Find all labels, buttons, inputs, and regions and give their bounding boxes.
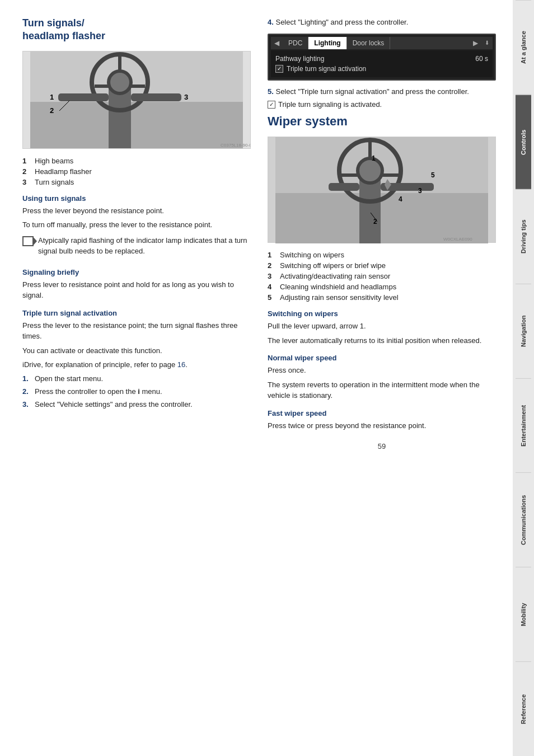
svg-text:1: 1 [372, 154, 376, 162]
sidebar: At a glance Controls Driving tips Naviga… [513, 0, 534, 756]
note-icon [22, 236, 34, 246]
sidebar-tab-driving-tips[interactable]: Driving tips [516, 189, 531, 284]
turn-signal-note: Atypically rapid flashing of the indicat… [22, 235, 251, 260]
svg-text:3: 3 [418, 187, 422, 195]
pathway-lighting-label: Pathway lighting [275, 55, 324, 63]
page-link-16[interactable]: 16 [177, 360, 185, 369]
triple-turn-signal-row[interactable]: ✓ Triple turn signal activation [275, 64, 488, 74]
list-item-1: 1 High beams [22, 157, 251, 165]
wiper-section-title: Wiper system [268, 114, 496, 129]
step-2: 2. Press the controller to open the i me… [22, 387, 251, 397]
svg-text:4: 4 [399, 195, 402, 203]
step5-text: 5. Select "Triple turn signal activation… [268, 86, 496, 97]
left-numbered-list: 1 High beams 2 Headlamp flasher 3 Turn s… [22, 157, 251, 186]
pathway-lighting-row: Pathway lighting 60 s [275, 54, 488, 64]
fast-wiper-speed-heading: Fast wiper speed [268, 409, 496, 417]
wiper-list-5: 5 Adjusting rain sensor sensitivity leve… [268, 293, 496, 302]
wiper-list-3: 3 Activating/deactivating rain sensor [268, 272, 496, 280]
activation-note: ✓ Triple turn signaling is activated. [268, 100, 496, 109]
svg-text:3: 3 [184, 93, 188, 101]
wiper-list-1: 1 Switching on wipers [268, 251, 496, 259]
switching-on-wipers-note: The lever automatically returns to its i… [268, 335, 496, 346]
svg-point-4 [109, 71, 131, 93]
activation-checkmark: ✓ [268, 101, 275, 109]
svg-rect-1 [30, 102, 243, 149]
idrive-pdc[interactable]: PDC [283, 37, 308, 49]
using-turn-signals-p1: Press the lever beyond the resistance po… [22, 205, 251, 217]
sidebar-tab-entertainment[interactable]: Entertainment [516, 378, 531, 473]
left-section-title: Turn signals/ headlamp flasher [22, 17, 251, 43]
normal-wiper-speed-heading: Normal wiper speed [268, 354, 496, 362]
step-3: 3. Select "Vehicle settings" and press t… [22, 400, 251, 410]
idrive-forward-arrow[interactable]: ▶ [470, 37, 481, 49]
switching-on-wipers-heading: Switching on wipers [268, 309, 496, 318]
triple-turn-label: Triple turn signal activation [287, 65, 366, 73]
idrive-lighting[interactable]: Lighting [308, 37, 346, 49]
triple-turn-signal-heading: Triple turn signal activation [22, 309, 251, 317]
svg-text:2: 2 [50, 106, 54, 115]
signaling-briefly-text: Press lever to resistance point and hold… [22, 279, 251, 301]
sidebar-tab-at-a-glance[interactable]: At a glance [516, 0, 531, 95]
svg-rect-8 [131, 93, 181, 101]
svg-point-19 [358, 158, 382, 183]
pathway-lighting-value: 60 s [475, 55, 488, 63]
svg-rect-10 [58, 93, 109, 101]
sidebar-tab-navigation[interactable]: Navigation [516, 284, 531, 378]
using-turn-signals-p2: To turn off manually, press the lever to… [22, 219, 251, 231]
idrive-scroll-arrow[interactable]: ⬇ [481, 37, 493, 48]
triple-turn-checkbox[interactable]: ✓ [275, 65, 283, 73]
sidebar-tab-mobility[interactable]: Mobility [516, 567, 531, 661]
idrive-door-locks[interactable]: Door locks [347, 37, 391, 49]
normal-wiper-speed-note: The system reverts to operation in the i… [268, 379, 496, 401]
wiper-numbered-list: 1 Switching on wipers 2 Switching off wi… [268, 251, 496, 302]
triple-p2: You can activate or deactivate this func… [22, 345, 251, 356]
idrive-screen: ◀ PDC Lighting Door locks ▶ ⬇ Pathway li… [268, 34, 496, 81]
sidebar-tab-reference[interactable]: Reference [516, 661, 531, 756]
wiper-steering-image: 5 3 1 4 2 W0CXLAE090 [268, 137, 496, 243]
using-turn-signals-heading: Using turn signals [22, 194, 251, 203]
wiper-list-2: 2 Switching off wipers or brief wipe [268, 261, 496, 270]
step-1: 1. Open the start menu. [22, 374, 251, 384]
wiper-list-4: 4 Cleaning windshield and headlamps [268, 283, 496, 291]
svg-text:1: 1 [50, 93, 54, 101]
normal-wiper-speed-text: Press once. [268, 365, 496, 376]
idrive-back-arrow[interactable]: ◀ [271, 37, 283, 49]
step4-text: 4. Select "Lighting" and press the contr… [268, 17, 496, 28]
sidebar-tab-communications[interactable]: Communications [516, 472, 531, 567]
triple-steps: 1. Open the start menu. 2. Press the con… [22, 374, 251, 410]
list-item-3: 3 Turn signals [22, 178, 251, 186]
note-text: Atypically rapid flashing of the indicat… [38, 235, 251, 257]
svg-text:W0CXLAE090: W0CXLAE090 [443, 237, 472, 242]
svg-text:5: 5 [431, 171, 435, 179]
fast-wiper-speed-text: Press twice or press beyond the resistan… [268, 420, 496, 431]
switching-on-wipers-text: Pull the lever upward, arrow 1. [268, 321, 496, 332]
activation-note-text: Triple turn signaling is activated. [278, 100, 382, 109]
sidebar-tab-controls[interactable]: Controls [516, 95, 531, 189]
svg-rect-27 [329, 183, 359, 191]
triple-p1: Press the lever to the resistance point;… [22, 320, 251, 342]
svg-text:C0375L18-90-048: C0375L18-90-048 [221, 143, 250, 148]
idrive-content: Pathway lighting 60 s ✓ Triple turn sign… [271, 50, 493, 77]
idrive-menubar: ◀ PDC Lighting Door locks ▶ ⬇ [271, 37, 493, 49]
signaling-briefly-heading: Signaling briefly [22, 268, 251, 276]
steering-column-image: 3 1 2 C0375L18-90-048 [22, 51, 251, 149]
triple-p3: iDrive, for explanation of principle, re… [22, 359, 251, 370]
list-item-2: 2 Headlamp flasher [22, 167, 251, 176]
page-number: 59 [268, 442, 496, 450]
